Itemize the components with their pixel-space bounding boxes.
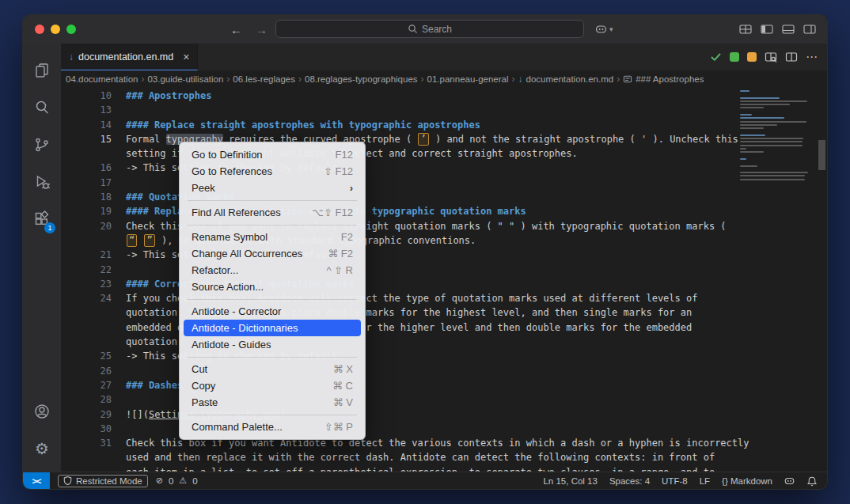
more-actions-button[interactable]: ⋯ (806, 50, 818, 64)
command-center-search[interactable]: Search (275, 20, 584, 38)
breadcrumb-file[interactable]: ↓documentation.en.md (518, 74, 614, 85)
breadcrumb-item[interactable]: 04.documentation (66, 74, 138, 84)
line-number (61, 450, 112, 464)
customize-layout-button[interactable] (739, 25, 752, 34)
green-square-button[interactable] (730, 52, 739, 62)
editor-line[interactable]: quotation. You can choose to place doubl… (61, 305, 740, 320)
editor-line[interactable]: 13 (61, 103, 740, 117)
split-editor-button[interactable] (785, 51, 798, 63)
editor-line[interactable]: 27### Dashes (61, 378, 740, 392)
editor-scrollbar[interactable] (816, 88, 827, 472)
toggle-primary-sidebar-button[interactable] (761, 25, 773, 34)
breadcrumb-item[interactable]: 01.panneau-general (427, 74, 509, 84)
statusbar-item[interactable]: UTF-8 (662, 476, 688, 486)
sidebar-item-account[interactable] (23, 392, 61, 430)
sidebar-item-search[interactable] (23, 89, 61, 126)
editor-line[interactable]: 20Check this box if you want to replace … (61, 219, 740, 233)
editor-line[interactable]: 16-> This setting is checked by default. (61, 161, 740, 175)
breadcrumb-item[interactable]: 03.guide-utilisation (147, 74, 223, 84)
breadcrumb: 04.documentation›03.guide-utilisation›06… (61, 70, 827, 88)
files-icon (33, 62, 51, 79)
breadcrumb-separator-icon: › (226, 74, 230, 85)
editor-line[interactable]: 30 (61, 422, 740, 436)
restricted-mode-badge[interactable]: Restricted Mode (58, 475, 148, 487)
check-button[interactable] (710, 51, 722, 63)
editor-line[interactable]: quotation. (61, 335, 740, 349)
statusbar-item[interactable]: Ln 15, Col 13 (543, 476, 597, 486)
menu-item-go-to-references[interactable]: Go to References⇧ F12 (184, 163, 361, 180)
menu-item-paste[interactable]: Paste⌘ V (184, 394, 361, 411)
tab-title: documentation.en.md (78, 51, 173, 63)
editor-line[interactable]: 22 (61, 263, 740, 277)
editor-line[interactable]: setting if you do not want Antidote to d… (61, 146, 740, 161)
open-preview-icon (765, 51, 777, 63)
breadcrumb-item[interactable]: 08.reglages-typographiques (305, 74, 418, 84)
copilot-status-button[interactable] (784, 475, 795, 487)
zoom-window-button[interactable] (66, 25, 76, 34)
menu-item-antidote-corrector[interactable]: Antidote - Corrector (184, 303, 361, 320)
editor-line[interactable]: 19#### Replace straight quotation marks … (61, 204, 740, 218)
editor-line[interactable]: 17 (61, 176, 740, 190)
editor-line[interactable]: 25-> This setting is checked by default. (61, 349, 740, 363)
breadcrumb-item[interactable]: 06.les-reglages (233, 74, 295, 84)
sidebar-item-source-control[interactable] (23, 126, 61, 163)
back-button[interactable]: ← (230, 23, 242, 36)
forward-button[interactable]: → (256, 23, 268, 36)
editor-line[interactable]: 29![](Settings-typography.png) (61, 407, 740, 422)
menu-item-peek[interactable]: Peek› (184, 180, 361, 196)
editor-line[interactable]: “ ” ), in accordance with standard typog… (61, 233, 740, 248)
editor-line[interactable]: 21-> This setting is checked by default. (61, 248, 740, 262)
menu-item-antidote-guides[interactable]: Antidote - Guides (184, 336, 361, 353)
tab-documentation[interactable]: ↓ documentation.en.md × (61, 44, 198, 70)
menu-item-refactor[interactable]: Refactor...^ ⇧ R (184, 262, 361, 279)
breadcrumb-symbol[interactable]: ### Apostrophes (623, 74, 704, 84)
line-number: 19 (61, 204, 112, 218)
editor-line[interactable]: 18### Quotation marks (61, 190, 740, 204)
menu-separator (188, 225, 357, 225)
notifications-bell-button[interactable] (806, 476, 818, 487)
sidebar-item-explorer[interactable] (23, 51, 61, 89)
close-window-button[interactable] (35, 25, 44, 34)
line-number: 10 (61, 89, 112, 103)
editor-line[interactable]: used and then replace it with the correc… (61, 450, 740, 464)
editor-line[interactable]: 28 (61, 392, 740, 407)
open-preview-button[interactable] (765, 51, 777, 63)
minimize-window-button[interactable] (51, 25, 60, 34)
editor[interactable]: 10### Apostrophes1314#### Replace straig… (61, 88, 827, 472)
menu-item-source-action[interactable]: Source Action... (184, 279, 361, 295)
remote-indicator[interactable]: >< (23, 472, 50, 489)
editor-line[interactable]: embedded quotation, or use single marks … (61, 320, 740, 335)
scrollbar-thumb[interactable] (818, 140, 825, 170)
menu-item-go-to-definition[interactable]: Go to DefinitionF12 (184, 146, 361, 163)
editor-line[interactable]: 31Check this box if you want Antidote to… (61, 436, 740, 450)
run-debug-icon (33, 173, 51, 191)
toggle-secondary-sidebar-button[interactable] (803, 25, 816, 34)
close-tab-icon[interactable]: × (183, 51, 189, 63)
statusbar-item[interactable]: {} Markdown (722, 476, 772, 486)
sidebar-item-settings[interactable]: ⚙ (23, 430, 61, 467)
menu-item-find-all-references[interactable]: Find All References⌥⇧ F12 (184, 204, 361, 221)
menu-item-cut[interactable]: Cut⌘ X (184, 361, 361, 377)
menu-item-antidote-dictionnaries[interactable]: Antidote - Dictionnaries (184, 320, 361, 336)
menu-item-change-all-occurrences[interactable]: Change All Occurrences⌘ F2 (184, 245, 361, 262)
toggle-panel-button[interactable] (782, 25, 795, 34)
menu-item-command-palette[interactable]: Command Palette...⇧⌘ P (184, 419, 361, 435)
problems-status[interactable]: ⊘ 0 ⚠ 0 (156, 476, 199, 486)
orange-square-button[interactable] (747, 52, 757, 62)
sidebar-item-extensions[interactable]: 1 (23, 200, 61, 237)
minimap[interactable] (740, 90, 813, 182)
menu-item-rename-symbol[interactable]: Rename SymbolF2 (184, 229, 361, 245)
extensions-badge: 1 (44, 222, 55, 233)
statusbar-item[interactable]: LF (700, 476, 710, 486)
editor-line[interactable]: 26 (61, 364, 740, 378)
editor-line[interactable]: 10### Apostrophes (61, 89, 740, 103)
editor-line[interactable]: 23#### Correct the type of quotation mar… (61, 277, 740, 291)
statusbar-item[interactable]: Spaces: 4 (609, 476, 650, 486)
editor-line[interactable]: 14#### Replace straight apostrophes with… (61, 118, 740, 132)
sidebar-item-run-debug[interactable] (23, 163, 61, 200)
editor-line[interactable]: 24If you check this box, Antidote will c… (61, 291, 740, 305)
copilot-menu-button[interactable]: ▾ (594, 22, 613, 36)
editor-line[interactable]: each item in a list, to set off a parent… (61, 465, 740, 472)
editor-line[interactable]: 15Formal typography requires the curved … (61, 132, 740, 146)
menu-item-copy[interactable]: Copy⌘ C (184, 377, 361, 394)
